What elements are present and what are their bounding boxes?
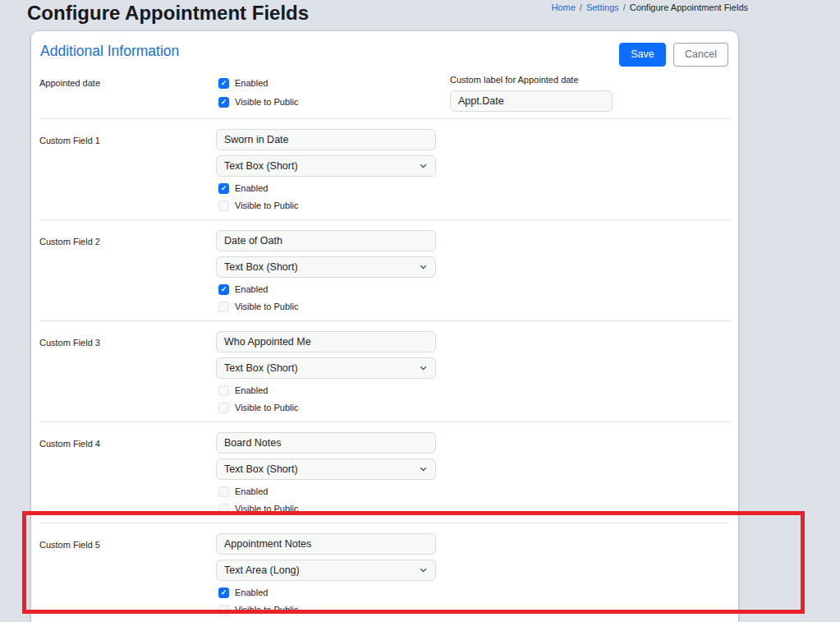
field-label: Custom Field 5: [39, 533, 216, 615]
chevron-down-icon: [419, 464, 428, 473]
breadcrumb-link-settings[interactable]: Settings: [586, 2, 619, 12]
custom-label-input[interactable]: [450, 90, 613, 112]
field-controls: Text Box (Short) ✓ Enabled ✓ Visible to …: [216, 432, 436, 514]
enabled-checkbox[interactable]: ✓: [218, 284, 229, 295]
enabled-label: Enabled: [235, 587, 268, 597]
custom-label-caption: Custom label for Appointed date: [450, 75, 613, 85]
enabled-label: Enabled: [235, 486, 268, 496]
visible-to-public-label: Visible to Public: [235, 403, 298, 412]
save-button[interactable]: Save: [619, 43, 666, 67]
custom-field-row-5: Custom Field 5 Text Area (Long) ✓ Enable…: [39, 523, 730, 622]
field-label: Appointed date: [39, 75, 216, 112]
enabled-checkbox[interactable]: ✓: [218, 486, 229, 497]
field-name-input[interactable]: [216, 230, 436, 251]
visible-to-public-checkbox[interactable]: ✓: [218, 302, 229, 312]
field-name-input[interactable]: [216, 533, 436, 555]
visible-option: ✓ Visible to Public: [218, 605, 436, 615]
cancel-button[interactable]: Cancel: [673, 43, 728, 67]
breadcrumb-current: Configure Appointment Fields: [630, 2, 748, 12]
field-type-select[interactable]: Text Box (Short): [216, 458, 436, 480]
field-name-input[interactable]: [216, 129, 436, 150]
appointed-date-options: ✓ Enabled ✓ Visible to Public: [216, 75, 436, 112]
field-label: Custom Field 4: [39, 432, 216, 514]
visible-to-public-label: Visible to Public: [235, 302, 298, 311]
chevron-down-icon: [419, 161, 428, 170]
visible-to-public-label: Visible to Public: [235, 200, 298, 210]
enabled-label: Enabled: [235, 183, 268, 193]
enabled-checkbox[interactable]: ✓: [218, 587, 229, 598]
field-type-value: Text Box (Short): [224, 160, 298, 172]
visible-option: ✓ Visible to Public: [218, 403, 436, 413]
visible-option: ✓ Visible to Public: [218, 200, 436, 211]
custom-field-row-2: Custom Field 2 Text Box (Short) ✓ Enable…: [39, 220, 730, 320]
field-type-select[interactable]: Text Box (Short): [216, 357, 436, 379]
enabled-option: ✓ Enabled: [218, 385, 436, 396]
custom-field-row-3: Custom Field 3 Text Box (Short) ✓ Enable…: [39, 321, 730, 422]
page-title: Configure Appointment Fields: [27, 2, 309, 25]
card-header: Additional Information Save Cancel: [39, 31, 730, 67]
field-type-value: Text Box (Short): [224, 261, 298, 273]
field-controls: Text Box (Short) ✓ Enabled ✓ Visible to …: [216, 331, 436, 413]
field-name-input[interactable]: [216, 331, 436, 352]
field-label: Custom Field 2: [39, 230, 216, 312]
visible-to-public-checkbox[interactable]: ✓: [218, 403, 229, 413]
check-icon: ✓: [221, 79, 227, 88]
field-type-value: Text Box (Short): [224, 463, 298, 475]
check-icon: ✓: [221, 98, 227, 107]
breadcrumb-separator: /: [623, 2, 626, 12]
enabled-option: ✓ Enabled: [218, 486, 436, 497]
field-type-select[interactable]: Text Box (Short): [216, 256, 436, 278]
visible-to-public-checkbox[interactable]: ✓: [218, 200, 229, 211]
section-title: Additional Information: [40, 43, 179, 60]
visible-option: ✓ Visible to Public: [218, 302, 436, 312]
field-label: Custom Field 3: [39, 331, 216, 413]
custom-label-group: Custom label for Appointed date: [450, 75, 613, 112]
enabled-option: ✓ Enabled: [218, 587, 436, 598]
field-controls: Text Box (Short) ✓ Enabled ✓ Visible to …: [216, 230, 436, 312]
appointed-date-row: Appointed date ✓ Enabled ✓ Visible to Pu…: [39, 75, 730, 118]
visible-option: ✓ Visible to Public: [218, 504, 436, 514]
custom-field-row-4: Custom Field 4 Text Box (Short) ✓ Enable…: [39, 422, 730, 523]
breadcrumb-separator: /: [580, 2, 582, 12]
breadcrumb-link-home[interactable]: Home: [551, 2, 575, 12]
field-type-value: Text Area (Long): [224, 564, 300, 576]
enabled-label: Enabled: [235, 385, 268, 395]
enabled-option: ✓ Enabled: [218, 78, 436, 89]
visible-to-public-checkbox[interactable]: ✓: [218, 605, 229, 615]
configure-fields-card: Additional Information Save Cancel Appoi…: [30, 30, 739, 622]
field-type-select[interactable]: Text Box (Short): [216, 155, 436, 177]
chevron-down-icon: [419, 565, 428, 574]
check-icon: ✓: [221, 184, 227, 193]
check-icon: ✓: [221, 588, 227, 597]
field-controls: Text Box (Short) ✓ Enabled ✓ Visible to …: [216, 129, 436, 211]
visible-option: ✓ Visible to Public: [218, 97, 436, 108]
enabled-option: ✓ Enabled: [218, 183, 436, 194]
breadcrumb: Home/Settings/Configure Appointment Fiel…: [551, 2, 748, 12]
enabled-checkbox[interactable]: ✓: [218, 78, 229, 89]
check-icon: ✓: [221, 285, 227, 294]
field-name-input[interactable]: [216, 432, 436, 454]
field-controls: Text Area (Long) ✓ Enabled ✓ Visible to …: [216, 533, 436, 615]
field-type-select[interactable]: Text Area (Long): [216, 560, 436, 581]
field-label: Custom Field 1: [39, 129, 216, 211]
field-type-value: Text Box (Short): [224, 362, 298, 374]
enabled-checkbox[interactable]: ✓: [218, 183, 229, 194]
enabled-checkbox[interactable]: ✓: [218, 385, 229, 396]
chevron-down-icon: [419, 262, 428, 271]
visible-to-public-checkbox[interactable]: ✓: [218, 97, 229, 108]
action-buttons: Save Cancel: [619, 43, 728, 67]
visible-to-public-label: Visible to Public: [235, 605, 298, 615]
custom-field-row-1: Custom Field 1 Text Box (Short) ✓ Enable…: [39, 119, 730, 219]
visible-to-public-checkbox[interactable]: ✓: [218, 504, 229, 514]
enabled-label: Enabled: [235, 78, 268, 88]
visible-to-public-label: Visible to Public: [235, 504, 298, 514]
visible-to-public-label: Visible to Public: [235, 97, 298, 107]
chevron-down-icon: [419, 363, 428, 372]
enabled-label: Enabled: [235, 284, 268, 294]
enabled-option: ✓ Enabled: [218, 284, 436, 295]
